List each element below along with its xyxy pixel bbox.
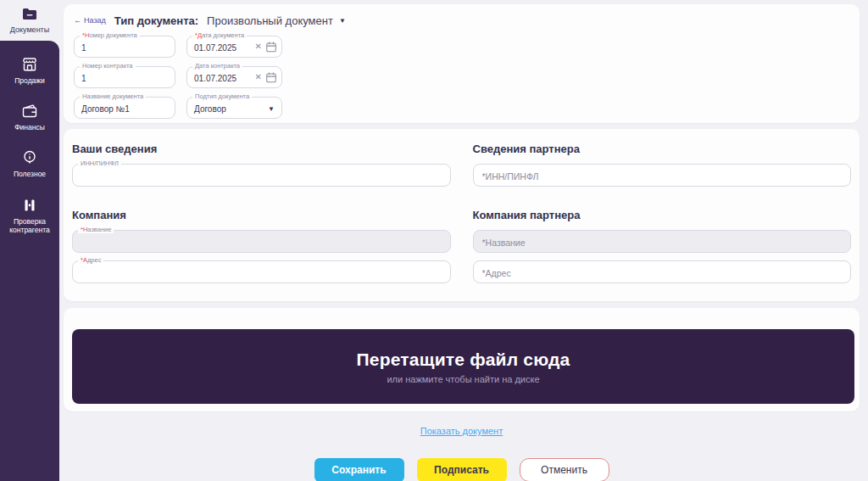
dropzone-title: Перетащите файл сюда [357, 350, 570, 370]
doc-date-field: *Дата документа ✕ [186, 36, 282, 58]
cancel-button[interactable]: Отменить [520, 458, 609, 481]
details-card: Ваши сведения ИНН/ПИНФЛ Компания *Назван… [64, 129, 860, 301]
document-type-card: ← Назад Тип документа: Произвольный доку… [64, 4, 860, 123]
sidebar-item-counterparty-check[interactable]: Проверка контрагента [0, 192, 59, 239]
company-title: Компания [72, 209, 451, 221]
sidebar-item-finance[interactable]: Финансы [0, 98, 59, 137]
calendar-icon[interactable] [265, 71, 277, 83]
your-inn-field: ИНН/ПИНФЛ [72, 164, 451, 187]
partner-inn-field [473, 164, 852, 187]
doc-number-label: *Номер документа [80, 32, 140, 39]
contract-number-label: Номер контракта [80, 63, 136, 70]
partner-details-column: Сведения партнера Компания партнера [473, 143, 852, 301]
partner-name-field [473, 230, 852, 253]
contract-number-field: Номер контракта [74, 66, 175, 88]
back-link[interactable]: ← Назад [74, 16, 106, 25]
action-buttons: Сохранить Подписать Отменить [64, 458, 860, 481]
footer: Показать документ Сохранить Подписать От… [64, 422, 860, 481]
company-name-field: *Название [72, 230, 451, 253]
doc-subtype-field: Договор ▼ Подтип документа [186, 97, 282, 119]
sign-button[interactable]: Подписать [417, 458, 507, 481]
company-name-input [72, 230, 451, 253]
app: { "sidebar": { "items": [ { "label": "До… [0, 0, 868, 481]
partner-company-title: Компания партнера [473, 209, 852, 221]
your-info-title: Ваши сведения [72, 143, 451, 155]
sidebar-item-label: Финансы [14, 123, 45, 131]
partner-name-input [473, 230, 852, 253]
your-details-column: Ваши сведения ИНН/ПИНФЛ Компания *Назван… [72, 143, 451, 301]
sidebar: Документы Продажи Финансы [0, 0, 59, 481]
partner-address-field [473, 260, 852, 283]
document-type-value: Произвольный документ [207, 14, 333, 27]
doc-number-field: *Номер документа [74, 36, 175, 58]
company-name-label: *Название [78, 227, 114, 233]
company-address-input[interactable] [72, 260, 451, 283]
sidebar-item-useful[interactable]: Полезное [0, 144, 59, 183]
partner-address-input[interactable] [473, 260, 852, 283]
document-type-dropdown[interactable]: Произвольный документ ▼ [207, 14, 346, 27]
sidebar-item-label: Полезное [14, 170, 46, 178]
document-fields-grid: *Номер документа *Дата документа ✕ Номер… [74, 36, 849, 119]
calendar-icon[interactable] [265, 41, 277, 53]
your-inn-label: ИНН/ПИНФЛ [78, 160, 121, 167]
company-address-label: *Адрес [78, 257, 103, 264]
doc-name-field: Название документа [74, 97, 175, 119]
clear-icon[interactable]: ✕ [255, 71, 262, 83]
your-inn-input[interactable] [72, 164, 451, 187]
upload-card: Перетащите файл сюда или нажмите чтобы н… [64, 308, 860, 411]
sidebar-item-documents[interactable]: Документы [0, 0, 59, 41]
sidebar-item-label: Документы [10, 25, 49, 35]
counterparty-check-icon [21, 197, 38, 214]
clear-icon[interactable]: ✕ [255, 41, 262, 53]
sidebar-item-sales[interactable]: Продажи [0, 51, 59, 90]
back-link-label: Назад [84, 16, 106, 25]
doc-subtype-value: Договор [194, 104, 226, 114]
partner-inn-input[interactable] [473, 164, 852, 187]
documents-folder-icon [21, 6, 38, 23]
document-type-label: Тип документа: [114, 14, 198, 27]
sidebar-nav: Продажи Финансы Полезное [0, 41, 59, 481]
doc-subtype-label: Подтип документа [192, 93, 252, 100]
contract-date-label: Дата контракта [192, 63, 242, 70]
chevron-down-icon: ▼ [339, 17, 346, 25]
show-document-link[interactable]: Показать документ [420, 426, 503, 436]
finance-wallet-icon [21, 103, 38, 120]
sidebar-item-label: Продажи [14, 76, 45, 85]
company-address-field: *Адрес [72, 260, 451, 283]
doc-date-label: *Дата документа [192, 32, 247, 39]
partner-info-title: Сведения партнера [473, 143, 852, 155]
sidebar-item-label: Проверка контрагента [2, 217, 58, 234]
save-button[interactable]: Сохранить [314, 458, 404, 481]
doc-name-label: Название документа [80, 93, 146, 100]
dropzone-subtitle: или нажмите чтобы найти на диске [387, 374, 539, 384]
contract-date-field: Дата контракта ✕ [186, 66, 282, 88]
main-content: ← Назад Тип документа: Произвольный доку… [59, 0, 868, 481]
file-dropzone[interactable]: Перетащите файл сюда или нажмите чтобы н… [72, 329, 854, 404]
chevron-down-icon: ▼ [268, 105, 275, 113]
useful-info-icon [21, 149, 38, 166]
back-arrow-icon: ← [74, 16, 81, 25]
form-header: ← Назад Тип документа: Произвольный доку… [74, 11, 849, 30]
sales-store-icon [21, 56, 38, 73]
